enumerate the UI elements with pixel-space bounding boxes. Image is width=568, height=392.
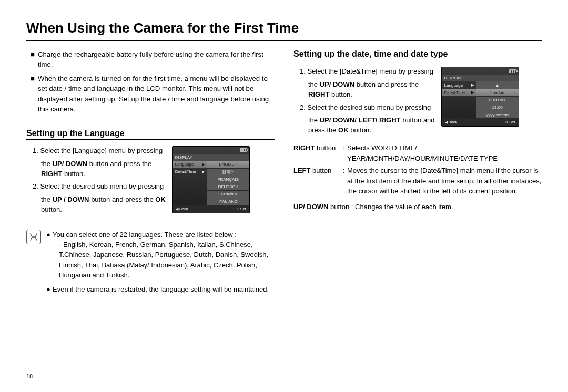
bullet-dot: ■ [31, 49, 38, 69]
lcd-option: 한국어 [207, 168, 249, 176]
lcd-value-row: London [476, 89, 519, 96]
lcd-value-row: 13:00 [476, 104, 519, 111]
chevron-right-icon: ▶ [471, 90, 474, 95]
def-label: LEFT button [293, 166, 343, 197]
note-detail: - English, Korean, French, German, Spani… [53, 240, 275, 280]
lcd-ok: OK Set [502, 120, 515, 125]
bullet-dot: ■ [31, 74, 38, 114]
chevron-left-icon: ◀ [445, 120, 448, 124]
battery-icon [240, 148, 247, 152]
lcd-statusbar [442, 67, 519, 75]
lcd-option: ITALIANO [207, 198, 249, 205]
note-icon [26, 230, 41, 244]
bullet-dot: ● [46, 230, 53, 280]
language-steps-block: 1. Select the [Language] menu by pressin… [26, 146, 275, 218]
lcd-footer: ◀ Back OK Set [173, 205, 249, 213]
note-item: ●Even if the camera is restarted, the la… [46, 284, 275, 294]
lcd-menu-item: Language▶ [442, 81, 476, 89]
lcd-left-col: Language▶ Date&Time▶ [173, 161, 207, 205]
step-line: the UP / DOWN button and press the OK bu… [41, 195, 166, 215]
button-definitions: RIGHT button : Selects WORLD TIME/ YEAR/… [293, 143, 542, 197]
lcd-body: Language▶ Date&Time▶ ENGLISH 한국어 FRANÇAI… [173, 161, 249, 205]
left-column: ■Charge the rechargeable battery fully b… [26, 49, 275, 298]
lcd-menu-item: Language▶ [173, 161, 207, 168]
note-box: ● You can select one of 22 languages. Th… [26, 230, 275, 298]
section-heading-datetime: Setting up the date, time and date type [293, 49, 542, 59]
lcd-menu-title: DISPLAY [173, 154, 249, 161]
lcd-menu-title: DISPLAY [442, 75, 519, 81]
lcd-body: Language▶ Date&Time▶ ▲ London 08/01/01 1… [442, 81, 519, 118]
lcd-right-col: ▲ London 08/01/01 13:00 yyyy/mm/dd [476, 81, 519, 118]
lcd-option: FRANÇAIS [207, 176, 249, 183]
note-item: ● You can select one of 22 languages. Th… [46, 230, 275, 280]
step-line: the UP/ DOWN/ LEFT/ RIGHT button and pre… [308, 116, 435, 136]
lcd-option: ESPAÑOL [207, 190, 249, 198]
lcd-back: ◀ Back [445, 120, 458, 125]
bullet-dot: ● [46, 284, 53, 294]
lcd-ok: OK Set [234, 207, 246, 211]
page-title: When Using the Camera for the First Time [26, 20, 542, 36]
datetime-steps-block: 1. Select the [Date&Time] menu by pressi… [293, 67, 542, 139]
lcd-right-col: ENGLISH 한국어 FRANÇAIS DEUTSCH ESPAÑOL ITA… [207, 161, 249, 205]
two-column-layout: ■Charge the rechargeable battery fully b… [26, 49, 542, 298]
lcd-arrow-row: ▲ [476, 81, 519, 89]
chevron-left-icon: ◀ [176, 207, 178, 211]
intro-bullet: ■Charge the rechargeable battery fully b… [31, 49, 275, 69]
chevron-right-icon: ▶ [202, 162, 205, 167]
step-line: the UP/ DOWN button and press the RIGHT … [308, 80, 435, 100]
intro-text: Charge the rechargeable battery fully be… [38, 49, 275, 69]
battery-icon [509, 69, 516, 73]
note-text: Even if the camera is restarted, the lan… [53, 284, 269, 294]
manual-page: When Using the Camera for the First Time… [0, 0, 568, 392]
title-rule [26, 40, 542, 41]
def-label: RIGHT button [293, 143, 343, 163]
lcd-left-col: Language▶ Date&Time▶ [442, 81, 476, 118]
page-number: 18 [26, 373, 33, 379]
language-steps: 1. Select the [Language] menu by pressin… [26, 146, 166, 218]
step-line: 2. Select the desired sub menu by pressi… [308, 103, 435, 113]
right-column: Setting up the date, time and date type … [293, 49, 542, 298]
def-value: Selects WORLD TIME/ YEAR/MONTH/DAY/HOUR/… [347, 143, 542, 163]
section-heading-language: Setting up the Language [26, 129, 275, 138]
def-single: UP/ DOWN button : Changes the value of e… [293, 202, 542, 212]
def-row: RIGHT button : Selects WORLD TIME/ YEAR/… [293, 143, 542, 163]
chevron-right-icon: ▶ [202, 170, 205, 174]
step-line: 1. Select the [Date&Time] menu by pressi… [308, 67, 435, 77]
lcd-preview-datetime: DISPLAY Language▶ Date&Time▶ ▲ London 08… [441, 67, 519, 127]
lcd-menu-item: Date&Time▶ [173, 168, 207, 176]
lcd-value-row: 08/01/01 [476, 96, 519, 104]
step-line: the UP/ DOWN button and press the RIGHT … [41, 159, 166, 179]
lcd-option: ENGLISH [207, 161, 249, 168]
lcd-statusbar [173, 147, 249, 154]
step-line: 1. Select the [Language] menu by pressin… [41, 146, 166, 156]
def-row: LEFT button : Moves the cursor to the [D… [293, 166, 542, 197]
section-rule [293, 60, 542, 60]
intro-bullet: ■When the camera is turned on for the fi… [31, 74, 275, 114]
intro-text: When the camera is turned on for the fir… [38, 74, 275, 114]
lcd-back: ◀ Back [176, 207, 188, 211]
chevron-right-icon: ▶ [471, 83, 474, 87]
lcd-footer: ◀ Back OK Set [442, 118, 519, 126]
note-list: ● You can select one of 22 languages. Th… [46, 230, 275, 298]
step-line: 2. Select the desired sub menu by pressi… [41, 182, 166, 192]
lcd-menu-item: Date&Time▶ [442, 89, 476, 96]
section-rule [26, 139, 275, 140]
datetime-steps: 1. Select the [Date&Time] menu by pressi… [293, 67, 435, 139]
def-colon: : [343, 166, 347, 197]
def-value: Moves the cursor to the [Date&Time] main… [347, 166, 542, 197]
def-colon: : [343, 143, 347, 163]
lcd-preview-language: DISPLAY Language▶ Date&Time▶ ENGLISH 한국어… [172, 146, 250, 213]
note-text: You can select one of 22 languages. Thes… [53, 231, 237, 239]
lcd-value-row: yyyy/mm/dd [476, 111, 519, 118]
intro-bullets: ■Charge the rechargeable battery fully b… [26, 49, 275, 114]
lcd-option: DEUTSCH [207, 183, 249, 190]
